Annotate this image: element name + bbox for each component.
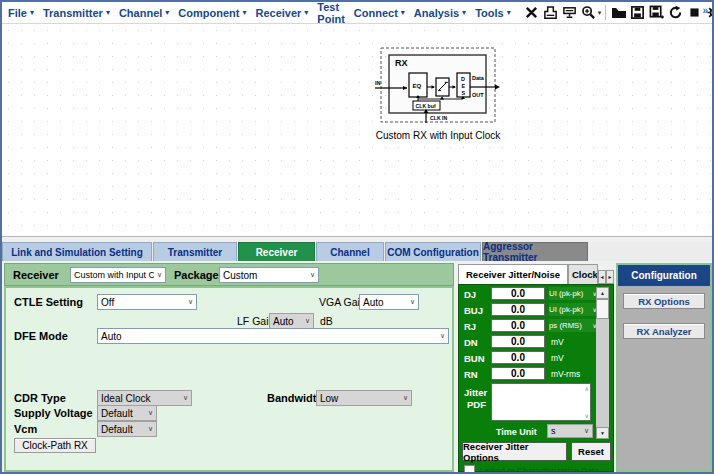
- supply-voltage-select[interactable]: Default ∨: [97, 405, 157, 421]
- chevron-down-icon: ▾: [30, 8, 34, 17]
- scrollbar-thumb[interactable]: [596, 299, 609, 319]
- delete-icon[interactable]: [523, 4, 540, 21]
- select-value: ps (RMS): [549, 321, 593, 330]
- save-icon[interactable]: [629, 4, 646, 21]
- package-select[interactable]: Custom ∨: [219, 267, 319, 283]
- menu-channel[interactable]: Channel▾: [119, 7, 169, 19]
- chevron-down-icon: ▾: [304, 8, 308, 17]
- receiver-title: Receiver: [13, 269, 59, 281]
- select-value: Default: [98, 424, 145, 435]
- cdr-type-label: CDR Type: [14, 392, 66, 404]
- rj-unit-select[interactable]: ps (RMS)∨: [549, 319, 599, 332]
- dj-value-input[interactable]: [491, 287, 545, 300]
- lf-gain-unit: dB: [320, 315, 333, 327]
- receiver-settings-panel: Receiver Custom with Input Clock ∨ Packa…: [4, 263, 454, 472]
- select-value: Custom with Input Clock: [71, 270, 154, 280]
- balance-icon[interactable]: [542, 4, 559, 21]
- chevron-down-icon[interactable]: ▾: [598, 9, 602, 17]
- zoom-tool-icon[interactable]: [580, 4, 597, 21]
- tab-label: Transmitter: [168, 247, 222, 258]
- menu-test-point[interactable]: Test Point: [317, 1, 345, 25]
- supply-voltage-label: Supply Voltage: [14, 407, 93, 419]
- bun-value-input[interactable]: [491, 351, 545, 364]
- schematic-canvas[interactable]: RX IN EQ D E S Data OUT: [2, 24, 712, 236]
- menu-component[interactable]: Component▾: [178, 7, 246, 19]
- rj-value-input[interactable]: [491, 319, 545, 332]
- linked-to-characterization-checkbox[interactable]: [464, 465, 475, 474]
- chevron-down-icon: ▾: [106, 8, 110, 17]
- rx-analyzer-button[interactable]: RX Analyzer: [623, 323, 705, 339]
- dj-unit-select[interactable]: UI (pk-pk)∨: [549, 287, 599, 300]
- dfe-mode-select[interactable]: Auto ∨: [97, 328, 449, 344]
- menu-label: Channel: [119, 7, 162, 19]
- menu-receiver[interactable]: Receiver▾: [255, 7, 308, 19]
- bottom-panels: Receiver Custom with Input Clock ∨ Packa…: [2, 261, 712, 472]
- tab-transmitter[interactable]: Transmitter: [153, 242, 237, 261]
- rx-symbol-drawing: RX IN EQ D E S Data OUT: [374, 47, 502, 125]
- receiver-model-select[interactable]: Custom with Input Clock ∨: [70, 267, 166, 283]
- scroll-up-icon[interactable]: ▲: [596, 287, 609, 299]
- scroll-down-icon[interactable]: ▼: [596, 427, 609, 439]
- data-out-label: Data: [472, 75, 485, 81]
- select-value: Auto: [360, 297, 407, 308]
- tab-scroll-left-icon[interactable]: ◄: [598, 270, 606, 284]
- configuration-body: RX Options RX Analyzer: [618, 286, 710, 470]
- tab-receiver[interactable]: Receiver: [238, 242, 315, 261]
- des-letter: S: [461, 90, 465, 96]
- tab-aggressor-transmitter[interactable]: Aggressor Transmitter: [482, 242, 588, 261]
- menu-connect[interactable]: Connect▾: [354, 7, 405, 19]
- chevron-down-icon: ∨: [180, 394, 191, 402]
- refresh-icon[interactable]: [667, 4, 684, 21]
- dn-value-input[interactable]: [491, 335, 545, 348]
- bun-unit: mV: [551, 353, 564, 363]
- toolbar-overflow-icon[interactable]: »: [702, 5, 708, 16]
- menu-tools[interactable]: Tools▾: [475, 7, 511, 19]
- ctle-setting-select[interactable]: Off ∨: [97, 294, 197, 310]
- tab-label: COM Configuration: [387, 247, 479, 258]
- cdr-type-select[interactable]: Ideal Clock ∨: [97, 390, 192, 406]
- select-value: Default: [98, 408, 145, 419]
- tab-clock-recovery[interactable]: Clock R: [568, 264, 598, 284]
- select-value: UI (pk-pk): [549, 305, 593, 314]
- spin-up-icon[interactable]: ∧: [585, 385, 589, 392]
- probe-icon[interactable]: [561, 4, 578, 21]
- vcm-select[interactable]: Default ∨: [97, 421, 157, 437]
- receiver-jitter-panel: Receiver Jitter/Noise Clock R ◄ ► DJ UI …: [458, 263, 614, 472]
- menu-label: Connect: [354, 7, 398, 19]
- tab-link-and-simulation-setting[interactable]: Link and Simulation Setting: [2, 242, 152, 261]
- select-value: Auto: [270, 316, 302, 327]
- jitter-table: DJ UI (pk-pk)∨ BUJ UI (pk-pk)∨ RJ ps (RM…: [458, 284, 614, 472]
- vertical-scrollbar[interactable]: ▲ ▼: [596, 287, 609, 439]
- vga-gain-select[interactable]: Auto ∨: [359, 294, 419, 310]
- tab-channel[interactable]: Channel: [316, 242, 384, 261]
- select-value: Low: [317, 393, 400, 404]
- jitter-pdf-label: Jitter: [464, 387, 487, 398]
- vcm-label: Vcm: [14, 423, 37, 435]
- rn-label: RN: [464, 369, 478, 380]
- rn-value-input[interactable]: [491, 367, 545, 380]
- rx-symbol[interactable]: RX IN EQ D E S Data OUT: [374, 47, 502, 141]
- buj-unit-select[interactable]: UI (pk-pk)∨: [549, 303, 599, 316]
- button-label: RX Analyzer: [636, 326, 691, 337]
- receiver-jitter-options-button[interactable]: Receiver Jitter Options: [462, 442, 567, 461]
- menu-analysis[interactable]: Analysis▾: [414, 7, 466, 19]
- buj-value-input[interactable]: [491, 303, 545, 316]
- jitter-pdf-input[interactable]: ∧ ∨: [491, 383, 591, 421]
- clock-path-rx-button[interactable]: Clock-Path RX: [14, 438, 96, 453]
- tab-receiver-jitter-noise[interactable]: Receiver Jitter/Noise: [458, 264, 568, 284]
- chevron-down-icon: ∨: [581, 427, 592, 435]
- lf-gain-select[interactable]: Auto ∨: [269, 313, 314, 329]
- menu-transmitter[interactable]: Transmitter▾: [43, 7, 110, 19]
- tab-label: Channel: [330, 247, 369, 258]
- rx-options-button[interactable]: RX Options: [623, 293, 705, 309]
- tab-com-configuration[interactable]: COM Configuration: [385, 242, 481, 261]
- time-unit-select[interactable]: s ∨: [547, 424, 593, 438]
- reset-button[interactable]: Reset: [571, 442, 611, 461]
- save-as-icon[interactable]: [648, 4, 665, 21]
- bandwidth-select[interactable]: Low ∨: [316, 390, 412, 406]
- open-icon[interactable]: [610, 4, 627, 21]
- menu-file[interactable]: File▾: [8, 7, 34, 19]
- spin-down-icon[interactable]: ∨: [585, 412, 589, 419]
- tab-scroll-right-icon[interactable]: ►: [606, 270, 614, 284]
- stop-icon[interactable]: [686, 4, 703, 21]
